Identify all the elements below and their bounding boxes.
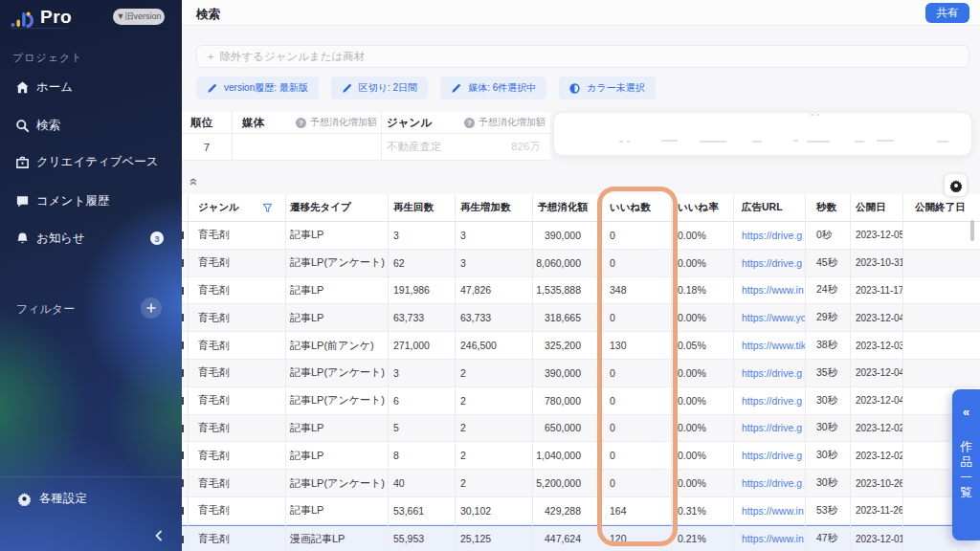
add-filter-button[interactable] (141, 298, 162, 319)
sidebar-item-home[interactable]: ホーム (0, 74, 182, 100)
chip-version-history[interactable]: version履歴: 最新版 (196, 77, 319, 99)
table-row[interactable]: 育毛剤記事LP(アンケート)4025,200,00000.00%https://… (182, 470, 980, 497)
genre-cell: 育毛剤 (188, 222, 285, 249)
works-table-panel: ジャンル遷移先タイプ再生回数再生増加数予想消化額いいね数いいね率広告URL秒数公… (182, 194, 980, 551)
chip-color[interactable]: カラー未選択 (559, 77, 655, 99)
expected-spend-cell: 318,665 (532, 304, 600, 331)
likes-cell: 0 (600, 250, 671, 276)
table-row[interactable]: 育毛剤記事LP(アンケート)6238,060,00000.00%https://… (182, 250, 980, 277)
table-settings-button[interactable] (945, 174, 967, 196)
clipped-column-text (182, 231, 184, 239)
table-row[interactable]: 育毛剤記事LP(アンケート)62780,00000.00%https://dri… (182, 387, 980, 415)
ad-url-cell[interactable]: https://www.yo (733, 304, 805, 331)
column-header-plays[interactable]: 再生回数 (388, 194, 455, 221)
scrollbar-thumb[interactable] (970, 220, 974, 241)
app-logo[interactable]: Pro (11, 6, 72, 29)
expected-spend-cell: 429,288 (532, 497, 600, 524)
exclude-search-input[interactable]: + 除外するジャンルまたは商材 (196, 45, 969, 68)
column-header-expected-spend[interactable]: 予想消化額 (532, 194, 600, 221)
genre-cell: 育毛剤 (188, 277, 285, 304)
column-header-likes[interactable]: いいね数 (600, 194, 671, 221)
sidebar-collapse-icon[interactable] (152, 529, 166, 542)
table-row[interactable]: 育毛剤記事LP(アンケート)32390,00000.00%https://dri… (182, 360, 980, 387)
ad-url-cell[interactable]: https://drive.g (733, 442, 805, 469)
likes-cell: 130 (600, 332, 671, 359)
collapse-panel-icon[interactable]: « (186, 174, 201, 189)
chip-interval[interactable]: 区切り: 2日間 (331, 77, 428, 99)
ad-url-cell[interactable]: https://drive.g (733, 250, 805, 276)
column-header-genre[interactable]: ジャンル (387, 112, 432, 133)
column-divider (285, 194, 286, 551)
question-icon: ? (464, 118, 475, 128)
column-header-like-rate[interactable]: いいね率 (671, 194, 733, 221)
publish-date-cell: 2023-12-04 (850, 387, 902, 414)
likes-cell: 0 (600, 470, 671, 496)
table-row[interactable]: 育毛剤記事LP52650,00000.00%https://drive.g30秒… (182, 415, 980, 443)
sidebar-item-creative-base[interactable]: クリエイティブベース (0, 148, 182, 175)
column-header-genre[interactable]: ジャンル (188, 194, 285, 221)
ad-url-cell[interactable]: https://www.in (733, 497, 805, 524)
column-header-rank[interactable]: 順位 (190, 112, 232, 133)
ad-url-cell[interactable]: https://drive.g (733, 222, 805, 249)
plays-increase-cell: 2 (455, 442, 532, 469)
table-row[interactable]: 育毛剤記事LP191,98647,8261,535,8883480.18%htt… (182, 277, 980, 305)
filter-funnel-icon[interactable] (262, 203, 273, 213)
ad-url-cell[interactable]: https://drive.g (733, 470, 805, 496)
clipped-column-text (182, 314, 184, 321)
table-row[interactable]: 育毛剤記事LP33390,00000.00%https://drive.g0秒2… (182, 222, 980, 250)
plays-cell: 271,000 (388, 332, 455, 359)
transition-type-cell: 記事LP (285, 442, 388, 469)
ad-url-cell[interactable]: https://www.in (733, 526, 805, 551)
sidebar-item-search[interactable]: 検索 (0, 112, 182, 139)
seconds-cell: 30秒 (805, 415, 850, 442)
expected-spend-cell: 390,000 (532, 222, 600, 249)
pencil-icon (451, 83, 461, 94)
table-row[interactable]: 育毛剤漫画記事LP55,95325,125447,6241200.21%http… (182, 525, 980, 551)
like-rate-cell: 0.00% (671, 387, 733, 414)
plays-increase-cell: 30,102 (455, 497, 532, 524)
ranking-table: 順位 媒体 ?予想消化増加額 ジャンル ?予想消化増加額 7 不動産査定 826… (182, 112, 550, 161)
double-chevron-left-icon: « (952, 405, 980, 419)
column-header-plays-increase[interactable]: 再生増加数 (455, 194, 532, 221)
sidebar-item-notifications[interactable]: お知らせ 3 (0, 225, 182, 252)
old-version-button[interactable]: ▼旧version (113, 9, 165, 25)
seconds-cell: 30秒 (805, 387, 850, 414)
works-list-tab[interactable]: « 作品一覧 (952, 389, 980, 540)
column-header-seconds[interactable]: 秒数 (805, 194, 850, 221)
column-header-transition-type[interactable]: 遷移先タイプ (285, 194, 388, 221)
column-header-publish-date[interactable]: 公開日 (850, 194, 902, 221)
gear-icon (17, 492, 32, 506)
chip-media[interactable]: 媒体: 6件選択中 (440, 77, 546, 99)
like-rate-cell: 0.00% (671, 222, 733, 249)
table-row[interactable]: 育毛剤記事LP63,73363,733318,66500.00%https://… (182, 304, 980, 332)
seconds-cell: 38秒 (805, 332, 850, 359)
seconds-cell: 35秒 (805, 360, 850, 386)
sidebar-divider (0, 476, 182, 477)
ad-url-cell[interactable]: https://drive.g (733, 360, 805, 386)
column-header-expected-increase-2[interactable]: ?予想消化増加額 (440, 112, 546, 133)
transition-type-cell: 記事LP(前アンケ) (285, 332, 388, 359)
table-row[interactable]: 育毛剤記事LP(前アンケ)271,000246,500325,2001300.0… (182, 332, 980, 360)
ad-url-cell[interactable]: https://drive.g (733, 415, 805, 442)
publish-date-cell: 2023-12-04 (850, 360, 902, 386)
chip-label: 区切り: 2日間 (359, 81, 417, 95)
ad-url-cell[interactable]: https://www.tik (733, 332, 805, 359)
sidebar-item-comment-history[interactable]: コメント履歴 (0, 187, 182, 214)
seconds-cell: 47秒 (805, 526, 850, 551)
publish-end-date-cell (902, 360, 980, 386)
ad-url-cell[interactable]: https://drive.g (733, 387, 805, 414)
ranking-table-row[interactable]: 7 不動産査定 826万 (182, 134, 550, 161)
publish-date-cell: 2023-12-02 (850, 415, 902, 442)
sidebar-item-settings[interactable]: 各種設定 (0, 485, 182, 512)
column-header-publish-end-date[interactable]: 公開終了日 (902, 194, 980, 221)
publish-date-cell: 2023-12-04 (850, 304, 902, 331)
share-button[interactable]: 共有 (925, 3, 969, 23)
transition-type-cell: 記事LP(アンケート) (285, 387, 388, 414)
column-header-ad-url[interactable]: 広告URL (733, 194, 805, 221)
column-header-expected-increase[interactable]: ?予想消化増加額 (278, 112, 377, 133)
column-header-media[interactable]: 媒体 (242, 112, 264, 133)
table-row[interactable]: 育毛剤記事LP821,040,00000.00%https://drive.g3… (182, 442, 980, 470)
ad-url-cell[interactable]: https://www.in (733, 277, 805, 304)
genre-cell: 育毛剤 (188, 304, 285, 331)
table-row[interactable]: 育毛剤記事LP53,66130,102429,2881640.31%https:… (182, 497, 980, 525)
